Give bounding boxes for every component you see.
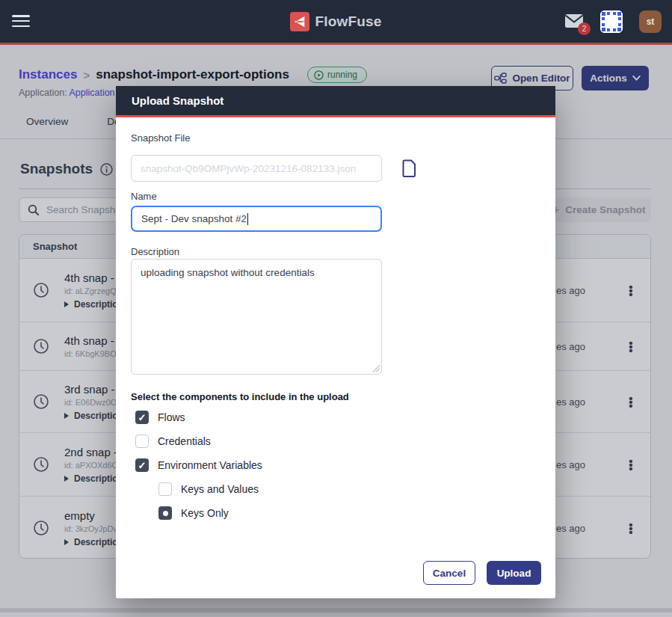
name-input[interactable]: Sept - Dev snapshot #2 xyxy=(131,206,382,232)
name-value: Sept - Dev snapshot #2 xyxy=(141,213,247,224)
checkbox-checked-icon[interactable]: ✓ xyxy=(135,458,149,472)
top-navbar: FlowFuse 2 st xyxy=(0,0,672,43)
checkbox-unchecked-icon[interactable] xyxy=(135,435,149,448)
description-value: uploading snapshot without credentials xyxy=(141,267,315,278)
snapshot-file-input[interactable]: snapshot-Qb9OMPjvWp-20231216-082133.json xyxy=(131,155,382,182)
description-label: Description xyxy=(131,246,179,257)
cancel-button[interactable]: Cancel xyxy=(423,561,475,585)
user-avatar[interactable]: st xyxy=(639,10,662,33)
option-keys-and-values[interactable]: Keys and Values xyxy=(158,482,259,496)
upload-button[interactable]: Upload xyxy=(487,561,541,585)
notification-badge: 2 xyxy=(578,22,591,35)
resize-handle[interactable] xyxy=(372,365,380,372)
brand-name: FlowFuse xyxy=(315,13,381,30)
option-flows[interactable]: ✓ Flows xyxy=(135,411,185,424)
radio-unselected-icon[interactable] xyxy=(158,482,172,496)
team-avatar[interactable] xyxy=(600,10,623,33)
option-keys-only[interactable]: Keys Only xyxy=(158,506,229,520)
option-environment-variables[interactable]: ✓ Environment Variables xyxy=(135,458,262,472)
dialog-title: Upload Snapshot xyxy=(132,94,224,107)
description-textarea[interactable]: uploading snapshot without credentials xyxy=(131,259,382,375)
notifications-button[interactable]: 2 xyxy=(564,13,584,30)
upload-snapshot-dialog: Upload Snapshot Snapshot File snapshot-Q… xyxy=(116,86,555,598)
option-credentials[interactable]: Credentials xyxy=(135,435,211,448)
snapshot-file-placeholder: snapshot-Qb9OMPjvWp-20231216-082133.json xyxy=(141,163,356,174)
radio-selected-icon[interactable] xyxy=(158,506,172,520)
flowfuse-logo xyxy=(290,12,309,31)
file-select-icon[interactable] xyxy=(401,159,418,177)
components-label: Select the components to include in the … xyxy=(131,391,349,402)
text-cursor xyxy=(247,213,248,225)
checkbox-checked-icon[interactable]: ✓ xyxy=(135,411,149,424)
snapshot-file-label: Snapshot File xyxy=(131,132,191,144)
dialog-header: Upload Snapshot xyxy=(116,86,555,117)
name-label: Name xyxy=(131,191,157,202)
